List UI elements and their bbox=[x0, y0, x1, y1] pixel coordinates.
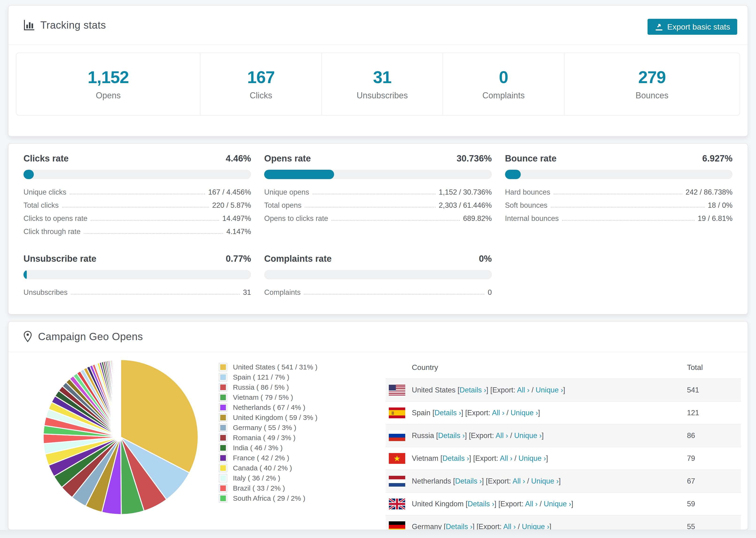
export-unique-link[interactable]: Unique › bbox=[514, 431, 542, 440]
bracket: ] [ bbox=[472, 522, 478, 530]
export-basic-stats-button[interactable]: Export basic stats bbox=[648, 19, 737, 35]
flag-bg bbox=[389, 521, 405, 530]
country-cell: Germany [Details ›] [Export: All › / Uni… bbox=[412, 522, 687, 530]
legend-swatch bbox=[219, 373, 227, 381]
export-unique-link[interactable]: Unique › bbox=[531, 477, 559, 485]
rate-row-value: 1,152 / 30.736% bbox=[439, 188, 492, 196]
country-cell: Netherlands [Details ›] [Export: All › /… bbox=[412, 477, 687, 485]
details-link[interactable]: Details › bbox=[442, 454, 469, 462]
rate-head: Unsubscribe rate0.77% bbox=[24, 254, 251, 264]
dotted-leader bbox=[305, 207, 436, 207]
legend-item: Spain ( 121 / 7% ) bbox=[219, 372, 317, 382]
slash: / bbox=[538, 500, 544, 508]
legend-label: South Africa ( 29 / 2% ) bbox=[233, 494, 305, 502]
details-link[interactable]: Details › bbox=[459, 386, 486, 394]
rate-value: 4.46% bbox=[226, 153, 251, 164]
legend-label: France ( 42 / 2% ) bbox=[233, 454, 289, 462]
stat-value: 167 bbox=[247, 68, 275, 87]
legend-swatch bbox=[219, 464, 227, 472]
details-link[interactable]: Details › bbox=[446, 522, 473, 530]
rate-row-label: Complaints bbox=[264, 288, 300, 297]
export-button-label: Export basic stats bbox=[667, 22, 730, 31]
rate-row: Soft bounces18 / 0% bbox=[505, 201, 732, 210]
dotted-leader bbox=[312, 194, 436, 194]
slash: / bbox=[529, 386, 536, 394]
rate-progress-fill bbox=[24, 170, 34, 179]
bracket: ] [ bbox=[482, 477, 488, 485]
stat-label: Opens bbox=[96, 91, 121, 100]
rate-row: Hard bounces242 / 86.738% bbox=[505, 188, 732, 196]
country-name: United States bbox=[412, 386, 458, 394]
details-link[interactable]: Details › bbox=[468, 500, 495, 508]
country-name: Germany bbox=[412, 522, 444, 530]
rate-rows: Unique opens1,152 / 30.736%Total opens2,… bbox=[264, 188, 492, 223]
total-cell: 79 bbox=[687, 454, 741, 463]
flag-icon-ru bbox=[389, 430, 405, 441]
export-all-link[interactable]: All › bbox=[500, 454, 512, 462]
stat-value: 31 bbox=[373, 68, 391, 87]
export-unique-link[interactable]: Unique › bbox=[536, 386, 563, 394]
export-all-link[interactable]: All › bbox=[525, 500, 537, 508]
rate-row-value: 4.147% bbox=[226, 228, 251, 236]
rate-row-label: Opens to clicks rate bbox=[264, 214, 328, 223]
details-link[interactable]: Details › bbox=[435, 409, 461, 417]
legend-item: India ( 46 / 3% ) bbox=[219, 443, 317, 453]
legend-item: Italy ( 36 / 2% ) bbox=[219, 473, 317, 483]
flag-bg bbox=[389, 476, 405, 487]
legend-swatch bbox=[219, 444, 227, 452]
stat-value: 0 bbox=[499, 68, 508, 87]
dotted-leader bbox=[304, 294, 484, 295]
legend-swatch bbox=[219, 413, 227, 422]
rate-title: Bounce rate bbox=[505, 153, 557, 164]
export-unique-link[interactable]: Unique › bbox=[544, 500, 571, 508]
rate-row-value: 19 / 6.81% bbox=[698, 214, 732, 223]
page-bottom-shade bbox=[0, 530, 756, 538]
rate-head: Opens rate30.736% bbox=[264, 153, 492, 164]
legend-item: Netherlands ( 67 / 4% ) bbox=[219, 402, 317, 412]
rate-title: Clicks rate bbox=[24, 153, 69, 164]
bracket: ] bbox=[559, 477, 561, 485]
country-cell: Vietnam [Details ›] [Export: All › / Uni… bbox=[412, 454, 687, 463]
rate-row-value: 14.497% bbox=[222, 214, 251, 223]
rate-row-label: Hard bounces bbox=[505, 188, 550, 196]
stat-cell-complaints: 0Complaints bbox=[443, 53, 565, 115]
legend-swatch-color bbox=[220, 475, 226, 481]
export-prefix: Export: bbox=[467, 409, 492, 417]
legend-swatch-color bbox=[220, 374, 226, 380]
details-link[interactable]: Details › bbox=[438, 431, 465, 440]
legend-item: Germany ( 55 / 3% ) bbox=[219, 422, 317, 433]
geo-body: United States ( 541 / 31% )Spain ( 121 /… bbox=[9, 352, 747, 530]
stat-value: 1,152 bbox=[87, 68, 129, 87]
rate-rows: Complaints0 bbox=[264, 288, 492, 297]
geo-table-header: Country Total bbox=[386, 356, 741, 378]
legend-swatch bbox=[219, 474, 227, 482]
country-cell: United States [Details ›] [Export: All ›… bbox=[412, 386, 687, 394]
rate-row-label: Soft bounces bbox=[505, 201, 548, 210]
rate-row: Total opens2,303 / 61.446% bbox=[264, 201, 492, 210]
country-name: Spain bbox=[412, 409, 432, 417]
export-unique-link[interactable]: Unique › bbox=[511, 409, 538, 417]
bracket: ] bbox=[571, 500, 573, 508]
export-all-link[interactable]: All › bbox=[503, 522, 515, 530]
flag-bg bbox=[389, 499, 405, 510]
rate-row-label: Total opens bbox=[264, 201, 301, 210]
geo-title: Campaign Geo Opens bbox=[38, 331, 143, 343]
country-cell: Russia [Details ›] [Export: All › / Uniq… bbox=[412, 431, 687, 440]
country-name: United Kingdom bbox=[412, 500, 465, 508]
details-link[interactable]: Details › bbox=[455, 477, 482, 485]
legend-swatch-color bbox=[220, 395, 226, 400]
rate-row-value: 167 / 4.456% bbox=[208, 188, 251, 196]
export-unique-link[interactable]: Unique › bbox=[522, 522, 549, 530]
legend-swatch bbox=[219, 403, 227, 412]
legend-swatch bbox=[219, 494, 227, 503]
export-all-link[interactable]: All › bbox=[517, 386, 529, 394]
export-all-link[interactable]: All › bbox=[496, 431, 508, 440]
legend-label: United Kingdom ( 59 / 3% ) bbox=[233, 413, 317, 422]
flag-bg bbox=[389, 407, 405, 418]
bar-chart-icon bbox=[24, 20, 35, 31]
table-row: United States [Details ›] [Export: All ›… bbox=[386, 378, 741, 401]
export-unique-link[interactable]: Unique › bbox=[518, 454, 546, 462]
export-all-link[interactable]: All › bbox=[492, 409, 504, 417]
rates-grid: Clicks rate4.46%Unique clicks167 / 4.456… bbox=[9, 144, 747, 310]
export-all-link[interactable]: All › bbox=[513, 477, 525, 485]
